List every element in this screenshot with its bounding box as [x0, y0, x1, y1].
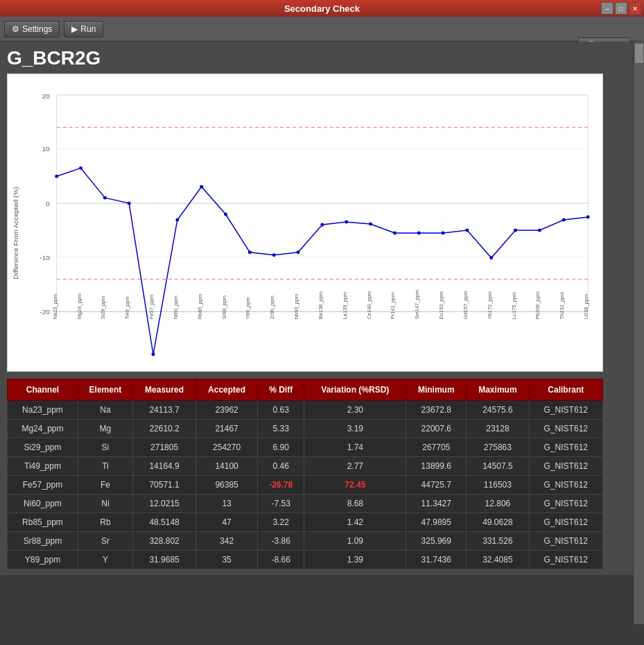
col-variation: Variation (%RSD) [304, 379, 406, 401]
svg-point-48 [297, 250, 300, 254]
svg-text:Pb208_ppm: Pb208_ppm [534, 291, 541, 319]
col-pct-diff: % Diff [257, 379, 304, 401]
svg-point-38 [55, 175, 58, 178]
svg-text:U238_ppm: U238_ppm [583, 294, 589, 319]
svg-point-41 [128, 202, 131, 205]
svg-text:Eu153_ppm: Eu153_ppm [438, 291, 444, 319]
main-content: G_BCR2G 20 10 0 [0, 42, 644, 575]
svg-text:-20: -20 [40, 308, 50, 316]
close-button[interactable]: ✕ [629, 2, 641, 15]
page-title: G_BCR2G [7, 47, 637, 69]
svg-text:Fe57_ppm: Fe57_ppm [148, 295, 155, 320]
svg-point-40 [103, 196, 107, 200]
svg-point-45 [224, 213, 227, 216]
svg-text:Rb85_ppm: Rb85_ppm [197, 294, 203, 319]
svg-text:Ba138_ppm: Ba138_ppm [317, 291, 324, 319]
svg-point-55 [465, 228, 469, 232]
run-label: Run [80, 24, 96, 34]
svg-point-39 [79, 166, 82, 170]
col-measured: Measured [132, 379, 195, 401]
settings-label: Settings [22, 24, 52, 34]
svg-text:Ti49_ppm: Ti49_ppm [124, 296, 130, 319]
run-button[interactable]: ▶ Run [64, 21, 103, 37]
svg-text:Yb172_ppm: Yb172_ppm [487, 291, 493, 319]
minimize-button[interactable]: – [601, 2, 613, 15]
table-scroll-container[interactable]: Channel Element Measured Accepted % Diff… [7, 379, 637, 569]
table-row: Mg24_ppmMg22610.2214675.333.1922007.6231… [8, 420, 603, 438]
data-table: Channel Element Measured Accepted % Diff… [7, 379, 603, 569]
svg-text:0: 0 [46, 200, 50, 207]
svg-text:Sm147_ppm: Sm147_ppm [414, 290, 420, 319]
chart-container: 20 10 0 -10 -20 [7, 74, 603, 372]
maximize-button[interactable]: □ [615, 2, 627, 15]
svg-text:Si29_ppm: Si29_ppm [100, 296, 106, 320]
svg-text:Sr88_ppm: Sr88_ppm [221, 295, 227, 319]
svg-point-58 [538, 228, 541, 232]
svg-point-46 [248, 250, 252, 254]
svg-text:Gd157_ppm: Gd157_ppm [462, 291, 469, 319]
col-maximum: Maximum [467, 379, 529, 401]
table-header-row: Channel Element Measured Accepted % Diff… [8, 379, 603, 401]
svg-point-54 [442, 231, 445, 234]
col-channel: Channel [8, 379, 78, 401]
col-calibrant: Calibrant [529, 379, 602, 401]
svg-text:La139_ppm: La139_ppm [342, 292, 348, 319]
table-row: Ni60_ppmNi12.021513-7.538.6811.342712.80… [8, 495, 603, 513]
app-title: Secondary Check [284, 3, 360, 14]
svg-text:Na23_ppm: Na23_ppm [52, 294, 58, 319]
scrollbar[interactable] [633, 42, 644, 624]
table-row: Sr88_ppmSr328.802342-3.861.09325.969331.… [8, 532, 603, 551]
table-body: Na23_ppmNa24113.7239620.632.3023672.8245… [8, 401, 603, 569]
svg-rect-0 [8, 74, 602, 371]
svg-point-52 [393, 231, 397, 234]
col-minimum: Minimum [406, 379, 467, 401]
svg-point-59 [562, 218, 566, 222]
svg-text:20: 20 [42, 92, 51, 100]
svg-point-47 [272, 253, 276, 257]
col-accepted: Accepted [196, 379, 258, 401]
toolbar: ⚙ Settings ▶ Run [0, 17, 644, 42]
svg-text:Difference From Accepted (%): Difference From Accepted (%) [12, 187, 19, 279]
chart-svg: 20 10 0 -10 -20 [8, 74, 602, 371]
svg-text:Zr90_ppm: Zr90_ppm [269, 295, 275, 319]
settings-button[interactable]: ⚙ Settings [4, 21, 60, 37]
svg-text:10: 10 [42, 145, 51, 153]
table-row: Y89_ppmY31.968535-8.661.3931.743632.4085… [8, 551, 603, 569]
table-row: Ti49_ppmTi14164.9141000.462.7713899.6145… [8, 457, 603, 476]
svg-text:Ni60_ppm: Ni60_ppm [173, 295, 179, 319]
window-controls: – □ ✕ [601, 2, 641, 15]
play-icon: ▶ [71, 24, 78, 34]
svg-point-50 [345, 221, 348, 224]
table-row: Fe57_ppmFe70571.196385-26.7872.4544725.7… [8, 476, 603, 495]
svg-text:Nb93_ppm: Nb93_ppm [293, 294, 299, 319]
svg-text:Pr141_ppm: Pr141_ppm [390, 293, 396, 320]
svg-point-57 [514, 228, 517, 232]
svg-point-43 [175, 218, 179, 222]
svg-text:-10: -10 [40, 254, 50, 261]
table-row: Si29_ppmSi2718052542706.901.742677052758… [8, 438, 603, 457]
col-element: Element [78, 379, 132, 401]
svg-text:Th232_ppm: Th232_ppm [559, 292, 565, 320]
scroll-thumb[interactable] [634, 43, 644, 64]
svg-text:Y89_ppm: Y89_ppm [245, 297, 251, 319]
gear-icon: ⚙ [12, 24, 19, 34]
svg-point-60 [586, 216, 590, 219]
svg-point-44 [200, 185, 203, 189]
svg-point-53 [417, 231, 421, 234]
svg-text:Mg24_ppm: Mg24_ppm [76, 293, 82, 319]
svg-text:Lu175_ppm: Lu175_ppm [511, 292, 517, 319]
titlebar: Secondary Check – □ ✕ [0, 0, 644, 17]
svg-point-51 [369, 223, 372, 226]
svg-point-42 [152, 353, 155, 356]
table-row: Rb85_ppmRb48.5148473.221.4247.989549.062… [8, 513, 603, 532]
table-row: Na23_ppmNa24113.7239620.632.3023672.8245… [8, 401, 603, 420]
svg-point-56 [489, 256, 493, 259]
svg-point-49 [320, 223, 324, 226]
svg-text:Ce140_ppm: Ce140_ppm [366, 291, 372, 320]
